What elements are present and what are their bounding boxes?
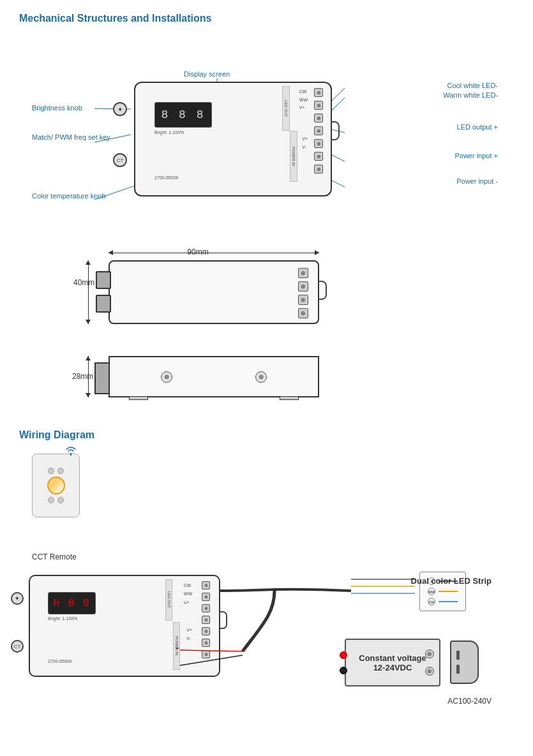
wire-handle: [219, 611, 227, 629]
ww-line: [439, 591, 458, 592]
wire-ct-label: 2700-6500K: [48, 659, 72, 663]
psu-dot-black: [340, 667, 347, 674]
remote-top-btns: [48, 468, 64, 474]
cw-line: [439, 601, 458, 602]
screw1: ⊕: [314, 88, 323, 97]
wts3: ⊕: [202, 604, 210, 612]
remote-bottom-btns: [48, 497, 64, 503]
cw-circle: cw: [428, 598, 435, 605]
section2-title: Wiring Diagram: [19, 429, 514, 441]
wire-knob-star: ✦: [15, 595, 20, 602]
dim-90mm: 90mm: [187, 248, 208, 256]
plug-prong1: [456, 651, 460, 660]
wire-power-labels: V+ V-: [186, 626, 192, 643]
display-screen: 8 8 8: [154, 102, 212, 128]
psu-label1: Constant voltage: [359, 653, 426, 663]
power-input-minus-label: Power input -: [456, 177, 498, 185]
led-output-plus-label: LED output +: [456, 123, 498, 131]
wire-device-box: H 0 0 Bright: 1-100% 2700-6500K ✦ CT LED…: [29, 575, 220, 677]
mechanical-section: Mechanical Structures and Installations …: [19, 13, 514, 410]
ct-label: CT: [117, 158, 124, 163]
wifi-icon: [64, 444, 78, 459]
wts6: ⊕: [202, 639, 210, 647]
wire-power-in: POWER IN: [173, 622, 180, 670]
display-screen-label: Display screen: [184, 70, 230, 78]
wts7: ⊕: [202, 650, 210, 658]
plug-prong2: [456, 665, 460, 674]
v-arrow-40: [88, 260, 89, 324]
wire-knob-top: ✦: [11, 592, 24, 605]
ac-plug: [450, 641, 479, 684]
wire-ct-mark: CT: [14, 644, 21, 649]
wire-bright-label: Bright: 1-100%: [48, 616, 77, 621]
wts4: ⊕: [202, 616, 210, 624]
power-input-plus-label: Power input +: [454, 152, 498, 159]
foot-right: [280, 396, 299, 400]
remote-btn4: [57, 497, 64, 503]
ac-voltage-label: AC100-240V: [447, 697, 492, 706]
rs2: ⊕: [298, 281, 308, 292]
top-view-box: ⊕ ⊕ ⊕ ⊕: [109, 260, 319, 324]
remote-btn3: [48, 497, 54, 503]
arr-top: [86, 260, 91, 265]
rs4: ⊕: [298, 308, 308, 318]
wiring-section: Wiring Diagram CCT Remote: [19, 429, 514, 709]
led-out-strip: LED OUT: [282, 86, 290, 131]
psu-screw1: ⊗: [425, 649, 434, 658]
arr-top2: [86, 356, 91, 360]
wiring-diagram: CCT Remote H 0 0 Bright: 1-100% 2700-650…: [19, 454, 504, 709]
wire-conn-labels: CW WW V+: [184, 581, 192, 607]
foot-left: [129, 396, 148, 400]
left-protrusion-side: [94, 362, 110, 394]
screw7: ⊕: [314, 165, 323, 174]
wire-led-out: LED OUT: [165, 579, 172, 621]
section1-title: Mechanical Structures and Installations: [19, 13, 514, 24]
rs3: ⊕: [298, 295, 308, 305]
remote-btn2: [57, 468, 64, 474]
svg-line-7: [332, 155, 345, 161]
screw-circle-right: ⊕: [255, 371, 267, 383]
mech-top-diagram: Brightness knob Match/ PWM freq set key …: [19, 37, 504, 241]
screw2: ⊕: [314, 101, 323, 110]
color-temp-device-label: 2700-6500K: [154, 175, 179, 180]
match-pwm-label: Match/ PWM freq set key: [32, 133, 110, 142]
screw6: ⊕: [314, 152, 323, 161]
ww-circle: ww: [428, 588, 435, 595]
screw-circle-left: ⊕: [161, 371, 172, 383]
connector-labels: CW WW V+: [299, 88, 308, 112]
remote-circle: [47, 477, 65, 494]
psu-dot-red: [340, 651, 347, 659]
cct-remote: [32, 454, 80, 517]
svg-line-4: [332, 88, 345, 101]
terminal-screws: ⊕ ⊕ ⊕ ⊕ ⊕ ⊕ ⊕: [314, 88, 323, 174]
power-in-strip: POWER IN: [290, 131, 297, 182]
handle: [331, 121, 340, 140]
dimension-diagrams: 90mm ⊕ ⊕ ⊕ ⊕ 40mm: [70, 248, 440, 410]
psu-screw2: ⊗: [425, 667, 434, 676]
cool-white-label: Cool white LED-: [447, 82, 498, 89]
remote-btn1: [48, 468, 54, 474]
wire-digits: H 0 0: [53, 598, 90, 609]
wts2: ⊕: [202, 593, 210, 601]
wifi-svg: [64, 444, 78, 456]
brightness-knob-label: Brightness knob: [32, 104, 82, 112]
wire-knob-bot: CT: [11, 640, 24, 653]
cct-remote-label: CCT Remote: [32, 552, 77, 561]
svg-line-8: [332, 181, 345, 187]
side-view-dim: ⊕ ⊕ 28mm: [70, 350, 351, 410]
psu-box: ⊗ ⊗ Constant voltage 12-24VDC: [345, 639, 440, 686]
arr-left: [109, 250, 113, 255]
ww-wire: ww: [428, 588, 458, 595]
right-handle-top: [318, 281, 327, 300]
screw5: ⊕: [314, 139, 323, 148]
arr-right: [315, 250, 319, 255]
color-temp-knob-label: Color temperature knob: [32, 192, 106, 200]
rs1: ⊕: [298, 268, 308, 278]
dim-40mm: 40mm: [73, 278, 94, 287]
warm-white-label: Warm white LED-: [443, 91, 498, 99]
knob-star-icon: ✦: [117, 106, 123, 113]
screw3: ⊕: [314, 114, 323, 122]
right-screws: ⊕ ⊕ ⊕ ⊕: [298, 268, 308, 318]
brightness-knob: ✦: [113, 102, 127, 116]
svg-line-5: [332, 98, 345, 110]
